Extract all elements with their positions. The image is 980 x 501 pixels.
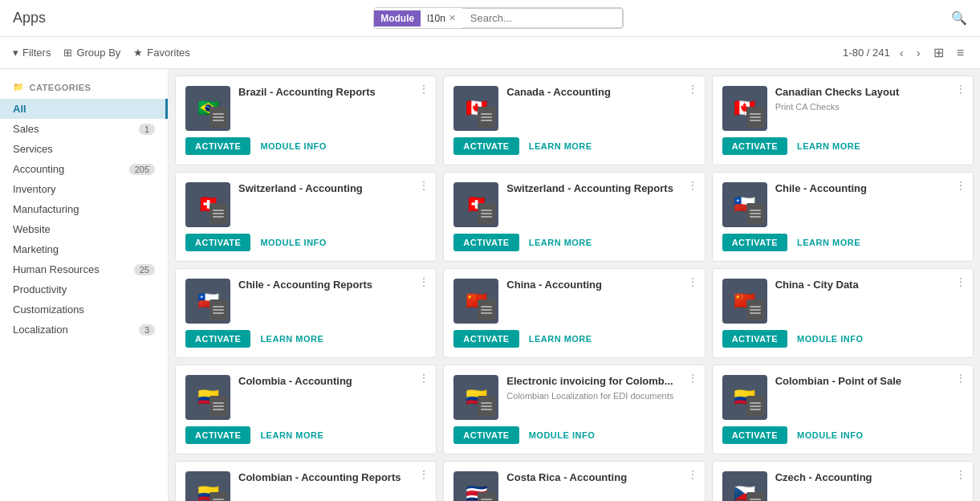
app-info: Chile - Accounting Reports: [238, 279, 426, 292]
card-menu-btn[interactable]: ⋮: [955, 83, 966, 96]
activate-btn[interactable]: ACTIVATE: [453, 137, 518, 155]
app-card-china-accounting: ⋮ 🇨🇳 China - Accounting ACTIVATE LEARN: [443, 268, 705, 358]
top-bar: Apps Module l10n ✕ 🔍: [0, 0, 980, 37]
favorites-btn[interactable]: ★ Favorites: [133, 47, 189, 59]
activate-btn[interactable]: ACTIVATE: [453, 426, 518, 444]
app-card-czech-accounting: ⋮ 🇨🇿 Czech - Accounting ACTIVATE LEARN: [712, 461, 974, 501]
sidebar-badge: 3: [139, 324, 155, 336]
search-icon-btn[interactable]: 🔍: [951, 10, 967, 26]
card-menu-btn[interactable]: ⋮: [418, 179, 429, 192]
app-icon: 🇨🇱: [722, 182, 767, 227]
group-by-btn[interactable]: ⊞ Group By: [63, 47, 120, 59]
secondary-btn[interactable]: LEARN MORE: [260, 334, 323, 344]
secondary-btn[interactable]: LEARN MORE: [260, 430, 323, 440]
sidebar-item-manufacturing[interactable]: Manufacturing: [0, 199, 168, 219]
card-menu-btn[interactable]: ⋮: [955, 179, 966, 192]
app-card-header: 🇨🇳 China - Accounting: [453, 279, 694, 324]
app-card-header: 🇨🇭 Switzerland - Accounting: [185, 182, 426, 227]
app-card-header: 🇨🇴 Colombian - Point of Sale: [722, 375, 963, 420]
card-menu-btn[interactable]: ⋮: [955, 275, 966, 288]
app-name: Switzerland - Accounting: [238, 182, 426, 196]
activate-btn[interactable]: ACTIVATE: [453, 234, 518, 251]
search-input[interactable]: [462, 8, 623, 28]
app-card-actions: ACTIVATE LEARN MORE: [185, 330, 426, 348]
app-info: China - City Data: [775, 279, 963, 292]
secondary-btn[interactable]: MODULE INFO: [260, 238, 327, 247]
list-view-btn[interactable]: ≡: [954, 44, 967, 62]
activate-btn[interactable]: ACTIVATE: [453, 330, 518, 348]
app-icon: 🇨🇦: [453, 86, 498, 131]
filter-remove-btn[interactable]: ✕: [449, 13, 456, 23]
card-menu-btn[interactable]: ⋮: [687, 275, 698, 288]
app-card-header: 🇨🇴 Colombia - Accounting: [185, 375, 426, 420]
card-menu-btn[interactable]: ⋮: [687, 372, 698, 385]
activate-btn[interactable]: ACTIVATE: [722, 426, 787, 444]
secondary-btn[interactable]: LEARN MORE: [529, 141, 592, 151]
grid-view-btn[interactable]: ⊞: [930, 43, 947, 62]
sidebar-item-customizations[interactable]: Customizations: [0, 299, 168, 320]
sidebar-item-label: Services: [13, 143, 53, 155]
secondary-btn[interactable]: LEARN MORE: [529, 334, 592, 344]
sidebar-badge: 25: [134, 264, 155, 275]
card-menu-btn[interactable]: ⋮: [955, 372, 966, 385]
card-menu-btn[interactable]: ⋮: [687, 179, 698, 192]
sidebar-item-label: Manufacturing: [13, 203, 79, 215]
card-menu-btn[interactable]: ⋮: [418, 275, 429, 288]
app-description: Print CA Checks: [775, 101, 963, 112]
sidebar-item-website[interactable]: Website: [0, 219, 168, 239]
app-name: Chile - Accounting Reports: [238, 279, 426, 292]
sub-bar-left: ▾ Filters ⊞ Group By ★ Favorites: [13, 47, 190, 59]
card-menu-btn[interactable]: ⋮: [418, 83, 429, 96]
app-info: Canadian Checks Layout Print CA Checks: [775, 86, 963, 112]
activate-btn[interactable]: ACTIVATE: [185, 234, 250, 251]
secondary-btn[interactable]: LEARN MORE: [529, 238, 592, 247]
app-card-header: 🇨🇭 Switzerland - Accounting Reports: [453, 182, 694, 227]
activate-btn[interactable]: ACTIVATE: [185, 330, 250, 348]
sidebar-item-sales[interactable]: Sales 1: [0, 119, 168, 139]
sidebar-item-localization[interactable]: Localization 3: [0, 320, 168, 340]
activate-btn[interactable]: ACTIVATE: [722, 234, 787, 251]
app-info: Canada - Accounting: [506, 86, 694, 100]
app-icon: 🇨🇭: [453, 182, 498, 227]
sidebar-item-accounting[interactable]: Accounting 205: [0, 159, 168, 179]
next-page-btn[interactable]: ›: [913, 44, 924, 61]
app-name: Canadian Checks Layout: [775, 86, 963, 100]
search-area: Module l10n ✕: [55, 7, 941, 29]
pagination-info: 1-80 / 241: [843, 47, 890, 59]
sidebar-item-services[interactable]: Services: [0, 139, 168, 159]
sidebar-item-productivity[interactable]: Productivity: [0, 279, 168, 299]
sidebar-item-inventory[interactable]: Inventory: [0, 179, 168, 199]
apps-grid: ⋮ 🇧🇷 Brazil - Accounting Reports ACTIVAT…: [175, 75, 974, 501]
app-icon: 🇨🇭: [185, 182, 230, 227]
activate-btn[interactable]: ACTIVATE: [722, 330, 787, 348]
secondary-btn[interactable]: MODULE INFO: [260, 141, 327, 151]
sidebar-item-all[interactable]: All: [0, 99, 168, 119]
activate-btn[interactable]: ACTIVATE: [185, 426, 250, 444]
secondary-btn[interactable]: LEARN MORE: [797, 141, 860, 151]
card-menu-btn[interactable]: ⋮: [687, 468, 698, 481]
filter-module-tag: Module: [374, 10, 421, 26]
app-info: Colombian - Accounting Reports: [238, 471, 426, 485]
filter-l10n-label: l10n: [427, 13, 445, 24]
secondary-btn[interactable]: LEARN MORE: [797, 238, 860, 247]
card-menu-btn[interactable]: ⋮: [955, 468, 966, 481]
prev-page-btn[interactable]: ‹: [897, 44, 907, 61]
card-menu-btn[interactable]: ⋮: [418, 372, 429, 385]
sidebar-item-label: Human Resources: [13, 263, 100, 275]
sidebar-item-marketing[interactable]: Marketing: [0, 239, 168, 259]
app-card-actions: ACTIVATE LEARN MORE: [722, 137, 963, 155]
activate-btn[interactable]: ACTIVATE: [722, 137, 787, 155]
app-card-canadian-checks-layout: ⋮ 🇨🇦 Canadian Checks Layout Print CA Che…: [712, 75, 974, 165]
card-menu-btn[interactable]: ⋮: [418, 468, 429, 481]
app-icon: 🇧🇷: [185, 86, 230, 131]
app-icon: 🇨🇴: [185, 471, 230, 501]
secondary-btn[interactable]: MODULE INFO: [797, 430, 864, 440]
filters-btn[interactable]: ▾ Filters: [13, 47, 51, 59]
card-menu-btn[interactable]: ⋮: [687, 83, 698, 96]
sidebar-item-hr[interactable]: Human Resources 25: [0, 259, 168, 279]
activate-btn[interactable]: ACTIVATE: [185, 137, 250, 155]
app-icon: 🇨🇳: [722, 279, 767, 324]
secondary-btn[interactable]: MODULE INFO: [797, 334, 864, 344]
secondary-btn[interactable]: MODULE INFO: [529, 430, 596, 440]
favorites-label: Favorites: [147, 47, 189, 59]
